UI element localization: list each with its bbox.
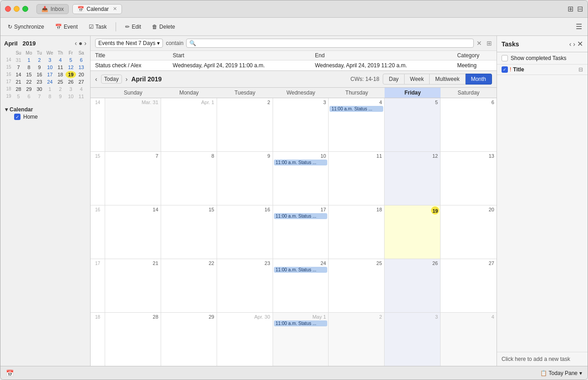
day-cell[interactable]: 21 [105, 259, 161, 312]
calendar-event[interactable]: 11:00 a.m. Status ... [274, 267, 328, 273]
mini-cal-day[interactable]: 7 [34, 93, 45, 100]
window-split-icon[interactable]: ⊟ [577, 5, 583, 13]
mini-cal-day[interactable]: 2 [55, 85, 66, 93]
day-cell-today-col[interactable]: 26 [385, 259, 441, 312]
day-cell[interactable]: 10 11:00 a.m. Status ... [273, 152, 329, 205]
event-list-close-button[interactable]: ✕ [476, 40, 482, 47]
day-cell[interactable]: 23 [217, 259, 273, 312]
mini-cal-day[interactable]: 12 [66, 64, 76, 71]
day-cell[interactable]: 15 [161, 205, 217, 259]
day-cell[interactable]: 24 11:00 a.m. Status ... [273, 259, 329, 312]
tab-week[interactable]: Week [405, 74, 430, 85]
day-cell[interactable]: 7 [105, 152, 161, 205]
mini-cal-day[interactable]: 23 [34, 78, 45, 85]
mini-cal-prev[interactable]: ‹ [75, 40, 77, 47]
mini-cal-day[interactable]: 1 [45, 85, 55, 93]
day-cell-today-col[interactable]: 5 [385, 98, 441, 151]
cal-prev-button[interactable]: ‹ [95, 75, 97, 83]
mini-cal-next[interactable]: › [84, 40, 86, 47]
tab-month[interactable]: Month [466, 74, 492, 85]
calendar-event[interactable]: 11:00 a.m. Status ... [274, 160, 328, 165]
tasks-close-button[interactable]: ✕ [577, 40, 583, 48]
sidebar-toggle-icon[interactable]: ☰ [576, 22, 582, 31]
mini-cal-day[interactable]: 5 [66, 56, 76, 64]
mini-cal-day[interactable]: 2 [34, 56, 45, 64]
day-cell-today-col[interactable]: 12 [385, 152, 441, 205]
mini-cal-day[interactable]: 29 [24, 85, 34, 93]
mini-cal-day[interactable]: 14 [13, 71, 24, 78]
tasks-col-check[interactable]: ✓ [502, 66, 508, 73]
mini-cal-day[interactable]: 16 [34, 71, 45, 78]
day-cell[interactable]: 25 [329, 259, 385, 312]
mini-cal-day[interactable]: 8 [45, 93, 55, 100]
inbox-tab[interactable]: 📥 Inbox [36, 4, 69, 14]
synchronize-button[interactable]: ↻ Synchronize [6, 23, 46, 31]
day-cell[interactable]: May 1 11:00 a.m. Status ... [273, 313, 329, 366]
day-cell[interactable]: 18 [329, 205, 385, 259]
event-search-input[interactable] [198, 40, 471, 46]
tab-multiweek[interactable]: Multiweek [430, 74, 465, 85]
delete-button[interactable]: 🗑 Delete [150, 23, 177, 31]
mini-cal-day[interactable]: 15 [24, 71, 34, 78]
day-cell[interactable]: 9 [217, 152, 273, 205]
calendar-event[interactable]: 11:00 a.m. Status ... [274, 213, 328, 219]
mini-cal-day[interactable]: 3 [45, 56, 55, 64]
tab-day[interactable]: Day [383, 74, 404, 85]
day-cell[interactable]: 4 [441, 313, 497, 366]
day-cell[interactable]: 6 [441, 98, 497, 151]
mini-cal-day[interactable]: 30 [34, 85, 45, 93]
tasks-prev-button[interactable]: ‹ [569, 40, 572, 48]
mini-cal-day[interactable]: 11 [55, 64, 66, 71]
mini-cal-day[interactable]: 8 [24, 64, 34, 71]
cal-next-button[interactable]: › [126, 75, 128, 83]
mini-cal-day[interactable]: 18 [55, 71, 66, 78]
day-cell[interactable]: 13 [441, 152, 497, 205]
tasks-col-sort-icon[interactable]: ⊟ [578, 66, 583, 73]
mini-cal-day[interactable]: 11 [76, 93, 86, 100]
today-pane-button[interactable]: 📋 Today Pane ▾ [540, 370, 582, 376]
day-cell[interactable]: 17 11:00 a.m. Status ... [273, 205, 329, 259]
minimize-window-button[interactable] [14, 6, 20, 12]
mini-cal-day[interactable]: 21 [13, 78, 24, 85]
cal-today-button[interactable]: Today [101, 75, 122, 84]
fullscreen-window-button[interactable] [22, 6, 28, 12]
calendar-event[interactable]: 11:00 a.m. Status ... [274, 320, 328, 326]
show-completed-checkbox[interactable] [502, 55, 508, 61]
mini-cal-day[interactable]: 10 [66, 93, 76, 100]
day-cell[interactable]: 28 [105, 313, 161, 366]
day-cell[interactable]: 29 [161, 313, 217, 366]
calendar-item-home[interactable]: ✓ Home [5, 113, 86, 121]
close-window-button[interactable] [5, 6, 11, 12]
window-tile-icon[interactable]: ⊞ [568, 5, 573, 13]
mini-cal-day[interactable]: 6 [76, 56, 86, 64]
mini-cal-day[interactable]: 31 [13, 56, 24, 64]
calendar-checkbox-home[interactable]: ✓ [14, 114, 20, 120]
day-cell[interactable]: 27 [441, 259, 497, 312]
day-cell[interactable]: Mar. 31 [105, 98, 161, 151]
tasks-add-footer[interactable]: Click here to add a new task [497, 352, 588, 366]
event-search-box[interactable]: 🔍 [186, 39, 474, 48]
mini-cal-day[interactable]: 1 [24, 56, 34, 64]
day-cell[interactable]: 2 [217, 98, 273, 151]
day-cell[interactable]: 2 [329, 313, 385, 366]
mini-cal-day[interactable]: 3 [66, 85, 76, 93]
mini-cal-day-today[interactable]: 19 [66, 71, 76, 78]
mini-cal-day[interactable]: 4 [76, 85, 86, 93]
mini-cal-day[interactable]: 22 [24, 78, 34, 85]
edit-button[interactable]: ✏ Edit [123, 23, 143, 31]
day-cell-today[interactable]: 19 [385, 205, 441, 259]
day-cell[interactable]: 3 [273, 98, 329, 151]
mini-cal-day[interactable]: 9 [55, 93, 66, 100]
mini-cal-day[interactable]: 4 [55, 56, 66, 64]
tasks-next-button[interactable]: › [573, 40, 575, 48]
mini-cal-day[interactable]: 9 [34, 64, 45, 71]
event-filter-dropdown[interactable]: Events the Next 7 Days ▾ [95, 39, 163, 48]
event-button[interactable]: 📅 Event [53, 23, 80, 31]
mini-cal-day[interactable]: 10 [45, 64, 55, 71]
day-cell[interactable]: 8 [161, 152, 217, 205]
day-cell[interactable]: Apr. 30 [217, 313, 273, 366]
task-button[interactable]: ☑ Task [87, 23, 109, 31]
day-cell[interactable]: 22 [161, 259, 217, 312]
mini-cal-day[interactable]: 5 [13, 93, 24, 100]
calendar-event[interactable]: 11:00 a.m. Status ... [329, 106, 383, 112]
